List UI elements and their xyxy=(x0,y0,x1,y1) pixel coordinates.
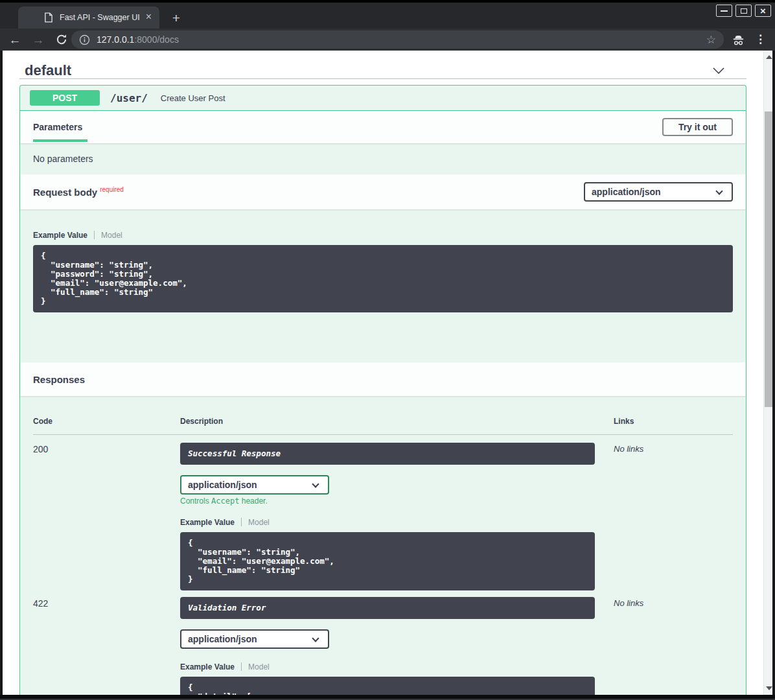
request-content-type-select[interactable]: application/json xyxy=(584,182,733,202)
tab-close-icon[interactable]: × xyxy=(142,12,159,23)
page-viewport: default POST /user/ Create User Post Par… xyxy=(3,51,763,700)
minimize-icon xyxy=(721,10,728,12)
response-content-type-select[interactable]: application/json xyxy=(180,629,329,649)
url-path: :8000/docs xyxy=(134,34,179,45)
page-favicon-icon xyxy=(44,12,53,23)
request-example-code: { "username": "string", "password": "str… xyxy=(33,245,733,312)
operation-path: /user/ xyxy=(110,92,148,104)
operation-summary: Create User Post xyxy=(161,93,226,103)
tab-separator xyxy=(241,662,242,671)
chevron-down-icon xyxy=(312,480,319,487)
tab-model[interactable]: Model xyxy=(101,231,122,240)
bookmark-star-icon[interactable]: ☆ xyxy=(701,34,716,45)
window-controls: × xyxy=(713,5,771,17)
request-body-example: Example Value Model { "username": "strin… xyxy=(20,209,746,362)
tab-example-value[interactable]: Example Value xyxy=(33,231,87,240)
response-row-200: 200 Successful Response application/json… xyxy=(33,435,733,590)
tab-separator xyxy=(94,231,95,239)
no-parameters-text: No parameters xyxy=(20,143,746,174)
tab-example-value[interactable]: Example Value xyxy=(180,662,235,671)
responses-table-header: Code Description Links xyxy=(33,417,733,435)
column-code: Code xyxy=(33,417,180,426)
window-bottom-edge xyxy=(0,695,775,700)
api-tag-header[interactable]: default xyxy=(19,51,746,79)
chevron-down-icon[interactable] xyxy=(713,67,741,74)
opblock-summary[interactable]: POST /user/ Create User Post xyxy=(20,86,746,111)
scroll-down-icon[interactable] xyxy=(766,686,772,690)
back-button[interactable]: ← xyxy=(5,34,25,46)
try-it-out-button[interactable]: Try it out xyxy=(662,118,733,136)
controls-accept-header-note: Controls Accept header. xyxy=(180,496,614,506)
close-icon: × xyxy=(760,6,766,16)
responses-title: Responses xyxy=(33,374,85,385)
window-close-button[interactable]: × xyxy=(755,5,771,17)
page-scrollbar[interactable] xyxy=(763,51,772,695)
response-content-type-value: application/json xyxy=(188,480,257,490)
method-badge: POST xyxy=(30,90,100,106)
incognito-icon xyxy=(732,34,745,46)
new-tab-button[interactable]: + xyxy=(167,10,185,26)
response-links: No links xyxy=(614,443,733,454)
tab-separator xyxy=(241,518,242,526)
browser-menu-icon[interactable]: ⋮ xyxy=(755,32,766,47)
request-body-header: Request bodyrequired application/json xyxy=(20,174,746,209)
browser-tab[interactable]: Fast API - Swagger UI × xyxy=(18,6,159,29)
browser-toolbar: ← → 127.0.0.1:8000/docs ☆ ⋮ xyxy=(0,29,775,51)
tab-model[interactable]: Model xyxy=(248,662,270,671)
request-content-type-value: application/json xyxy=(592,187,661,197)
site-info-icon[interactable] xyxy=(79,34,90,45)
response-content-type-select[interactable]: application/json xyxy=(180,475,329,495)
scrollbar-thumb[interactable] xyxy=(765,111,772,407)
parameters-header: Parameters Try it out xyxy=(20,111,746,143)
api-tag-title: default xyxy=(25,62,71,79)
url-host: 127.0.0.1 xyxy=(97,34,134,45)
response-code: 200 xyxy=(33,443,180,454)
response-code: 422 xyxy=(33,597,180,609)
window-maximize-button[interactable] xyxy=(735,5,752,17)
chevron-down-icon xyxy=(715,187,723,194)
response-description: Successful Response xyxy=(180,443,595,465)
opblock-post-user: POST /user/ Create User Post Parameters … xyxy=(19,85,746,700)
reload-button[interactable] xyxy=(52,34,71,45)
tab-title: Fast API - Swagger UI xyxy=(60,13,142,22)
active-tab-underline xyxy=(33,139,87,142)
responses-header: Responses xyxy=(20,362,746,396)
request-body-label: Request bodyrequired xyxy=(33,187,124,198)
scroll-up-icon[interactable] xyxy=(766,55,772,59)
required-badge: required xyxy=(100,186,124,193)
response-content-type-value: application/json xyxy=(188,634,257,644)
url-text[interactable]: 127.0.0.1:8000/docs xyxy=(97,34,701,45)
column-links: Links xyxy=(614,417,733,426)
tab-model[interactable]: Model xyxy=(248,518,270,527)
tab-parameters[interactable]: Parameters xyxy=(33,122,82,132)
window-minimize-button[interactable] xyxy=(716,5,732,17)
response-row-422: 422 Validation Error application/json Ex… xyxy=(33,590,733,700)
maximize-icon xyxy=(741,8,747,14)
responses-table: Code Description Links 200 Successful Re… xyxy=(20,396,746,700)
response-links: No links xyxy=(614,597,733,608)
address-bar[interactable]: 127.0.0.1:8000/docs ☆ xyxy=(71,30,724,49)
tab-example-value[interactable]: Example Value xyxy=(180,518,235,527)
response-description: Validation Error xyxy=(180,597,595,619)
column-description: Description xyxy=(180,417,614,426)
chevron-down-icon xyxy=(312,635,319,642)
tab-strip: Fast API - Swagger UI × + × xyxy=(0,3,775,29)
response-200-example-code: { "username": "string", "email": "user@e… xyxy=(180,532,595,590)
forward-button[interactable]: → xyxy=(29,34,48,46)
